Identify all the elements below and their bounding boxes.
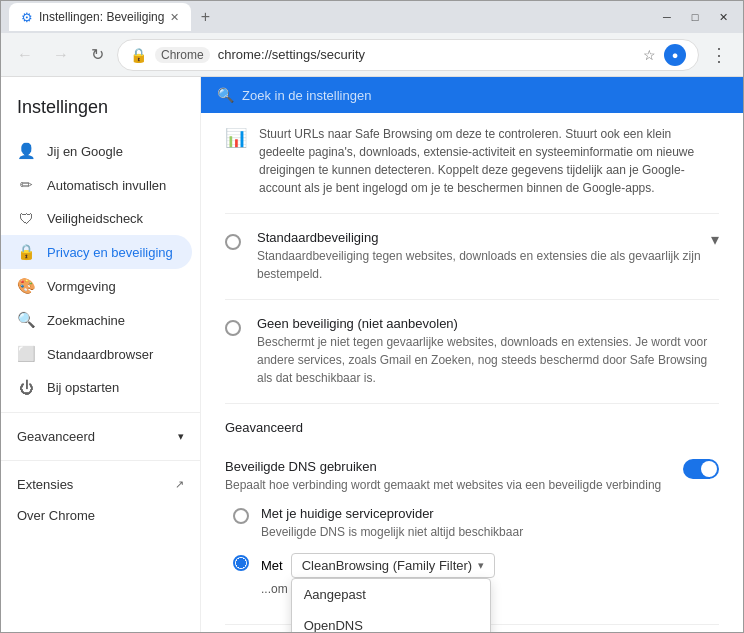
url-text: chrome://settings/security bbox=[218, 47, 635, 62]
sidebar-label-automatisch-invullen: Automatisch invullen bbox=[47, 178, 166, 193]
search-icon: 🔍 bbox=[217, 87, 234, 103]
sidebar-item-jij-en-google[interactable]: 👤 Jij en Google bbox=[1, 134, 192, 168]
beveiligde-dns-title: Beveiligde DNS gebruiken bbox=[225, 459, 667, 474]
standaard-beveiliging-row: Standaardbeveiliging Standaardbeveiligin… bbox=[225, 230, 719, 283]
bookmark-icon[interactable]: ☆ bbox=[643, 47, 656, 63]
new-tab-button[interactable]: + bbox=[191, 3, 219, 31]
shield-icon: 🛡 bbox=[17, 210, 35, 227]
main-area: Instellingen 👤 Jij en Google ✏ Automatis… bbox=[1, 77, 743, 632]
standaard-beveiliging-block: Standaardbeveiliging Standaardbeveiligin… bbox=[225, 214, 719, 300]
sidebar-item-standaardbrowser[interactable]: ⬜ Standaardbrowser bbox=[1, 337, 192, 371]
dns-dropdown-menu: Aangepast OpenDNS CleanBrowsing (Family … bbox=[291, 578, 491, 632]
content-body: 📊 Stuurt URLs naar Safe Browsing om deze… bbox=[201, 113, 743, 632]
geen-beveiliging-block: Geen beveiliging (niet aanbevolen) Besch… bbox=[225, 300, 719, 404]
dns-met-row: Met CleanBrowsing (Family Filter) ▾ Aang… bbox=[261, 553, 495, 578]
dropdown-item-aangepast[interactable]: Aangepast bbox=[292, 579, 490, 610]
sidebar-item-extensies[interactable]: Extensies ↗ bbox=[1, 469, 200, 500]
dropdown-item-opendns[interactable]: OpenDNS bbox=[292, 610, 490, 632]
dns-options: Met je huidige serviceprovider Beveiligd… bbox=[233, 506, 719, 596]
account-avatar[interactable]: ● bbox=[664, 44, 686, 66]
tab-label: Instellingen: Beveiliging bbox=[39, 10, 164, 24]
extensies-label: Extensies bbox=[17, 477, 73, 492]
dns-radio-huidige[interactable] bbox=[233, 508, 249, 524]
more-menu-button[interactable]: ⋮ bbox=[703, 39, 735, 71]
geen-radio-col bbox=[225, 316, 241, 339]
power-icon: ⏻ bbox=[17, 379, 35, 396]
standaard-radio[interactable] bbox=[225, 234, 241, 250]
sidebar-item-privacy-en-beveiliging[interactable]: 🔒 Privacy en beveiliging bbox=[1, 235, 192, 269]
sidebar: Instellingen 👤 Jij en Google ✏ Automatis… bbox=[1, 77, 201, 632]
geavanceerd-label: Geavanceerd bbox=[17, 429, 95, 444]
dns-bekijken-prefix: ...om bbox=[261, 582, 291, 596]
minimize-button[interactable]: ─ bbox=[655, 5, 679, 29]
beveiligde-dns-desc: Bepaalt hoe verbinding wordt gemaakt met… bbox=[225, 476, 667, 494]
standaard-title: Standaardbeveiliging bbox=[257, 230, 711, 245]
toolbar: ← → ↻ 🔒 Chrome chrome://settings/securit… bbox=[1, 33, 743, 77]
lock-icon: 🔒 bbox=[130, 47, 147, 63]
sidebar-label-standaardbrowser: Standaardbrowser bbox=[47, 347, 153, 362]
sidebar-item-vormgeving[interactable]: 🎨 Vormgeving bbox=[1, 269, 192, 303]
dns-option-huidige: Met je huidige serviceprovider Beveiligd… bbox=[233, 506, 719, 541]
maximize-button[interactable]: □ bbox=[683, 5, 707, 29]
sidebar-label-vormgeving: Vormgeving bbox=[47, 279, 116, 294]
edit-icon: ✏ bbox=[17, 176, 35, 194]
search-nav-icon: 🔍 bbox=[17, 311, 35, 329]
standaard-expand-icon[interactable]: ▾ bbox=[711, 230, 719, 249]
dns-huidige-desc: Beveiligde DNS is mogelijk niet altijd b… bbox=[261, 523, 523, 541]
tab-close-button[interactable]: ✕ bbox=[170, 11, 179, 24]
standaard-content: Standaardbeveiliging Standaardbeveiligin… bbox=[257, 230, 719, 283]
address-bar[interactable]: 🔒 Chrome chrome://settings/security ☆ ● bbox=[117, 39, 699, 71]
beveiligde-dns-section: Beveiligde DNS gebruiken Bepaalt hoe ver… bbox=[225, 443, 719, 625]
sidebar-title: Instellingen bbox=[1, 89, 200, 134]
geen-desc: Beschermt je niet tegen gevaarlijke webs… bbox=[257, 333, 719, 387]
account-icon-symbol: ● bbox=[672, 49, 679, 61]
beveiligde-dns-toggle[interactable] bbox=[683, 459, 719, 479]
content-area: 🔍 Zoek in de instellingen 📊 Stuurt URLs … bbox=[201, 77, 743, 632]
active-tab[interactable]: ⚙ Instellingen: Beveiliging ✕ bbox=[9, 3, 191, 31]
user-icon: 👤 bbox=[17, 142, 35, 160]
chevron-down-icon: ▾ bbox=[178, 430, 184, 443]
close-button[interactable]: ✕ bbox=[711, 5, 735, 29]
sidebar-item-over-chrome[interactable]: Over Chrome bbox=[1, 500, 200, 531]
sidebar-label-zoekmachine: Zoekmachine bbox=[47, 313, 125, 328]
sidebar-item-veiligheidscheck[interactable]: 🛡 Veiligheidscheck bbox=[1, 202, 192, 235]
titlebar: ⚙ Instellingen: Beveiliging ✕ + ─ □ ✕ bbox=[1, 1, 743, 33]
geen-radio[interactable] bbox=[225, 320, 241, 336]
geen-title: Geen beveiliging (niet aanbevolen) bbox=[257, 316, 719, 331]
sidebar-divider bbox=[1, 412, 200, 413]
browser-window: ⚙ Instellingen: Beveiliging ✕ + ─ □ ✕ ← … bbox=[0, 0, 744, 633]
search-bar[interactable]: 🔍 Zoek in de instellingen bbox=[201, 77, 743, 113]
top-description-text: Stuurt URLs naar Safe Browsing om deze t… bbox=[259, 125, 719, 197]
geen-content: Geen beveiliging (niet aanbevolen) Besch… bbox=[257, 316, 719, 387]
over-chrome-label: Over Chrome bbox=[17, 508, 95, 523]
beveiligde-dns-header: Beveiligde DNS gebruiken Bepaalt hoe ver… bbox=[225, 459, 719, 494]
dns-met-label: Met bbox=[261, 558, 283, 573]
dns-dropdown-container: CleanBrowsing (Family Filter) ▾ Aangepas… bbox=[291, 553, 495, 578]
beveiligde-dns-text: Beveiligde DNS gebruiken Bepaalt hoe ver… bbox=[225, 459, 683, 494]
standaard-radio-col bbox=[225, 230, 241, 253]
search-placeholder: Zoek in de instellingen bbox=[242, 88, 371, 103]
tab-settings-icon: ⚙ bbox=[21, 10, 33, 25]
sidebar-item-geavanceerd[interactable]: Geavanceerd ▾ bbox=[1, 421, 200, 452]
reload-button[interactable]: ↻ bbox=[81, 39, 113, 71]
sidebar-item-bij-opstarten[interactable]: ⏻ Bij opstarten bbox=[1, 371, 192, 404]
geen-beveiliging-row: Geen beveiliging (niet aanbevolen) Besch… bbox=[225, 316, 719, 387]
chevron-down-icon: ▾ bbox=[478, 559, 484, 572]
sidebar-label-veiligheidscheck: Veiligheidscheck bbox=[47, 211, 143, 226]
dns-dropdown-button[interactable]: CleanBrowsing (Family Filter) ▾ bbox=[291, 553, 495, 578]
sidebar-item-automatisch-invullen[interactable]: ✏ Automatisch invullen bbox=[1, 168, 192, 202]
site-badge: Chrome bbox=[155, 47, 210, 63]
palette-icon: 🎨 bbox=[17, 277, 35, 295]
sidebar-label-bij-opstarten: Bij opstarten bbox=[47, 380, 119, 395]
sidebar-item-zoekmachine[interactable]: 🔍 Zoekmachine bbox=[1, 303, 192, 337]
back-button[interactable]: ← bbox=[9, 39, 41, 71]
dns-option-met: Met CleanBrowsing (Family Filter) ▾ Aang… bbox=[233, 553, 719, 596]
dns-radio-met[interactable] bbox=[233, 555, 249, 571]
chart-icon: 📊 bbox=[225, 127, 247, 149]
forward-button[interactable]: → bbox=[45, 39, 77, 71]
standaard-desc: Standaardbeveiliging tegen websites, dow… bbox=[257, 247, 711, 283]
dns-option-huidige-text: Met je huidige serviceprovider Beveiligd… bbox=[261, 506, 523, 541]
geavanceerd-section-header: Geavanceerd bbox=[225, 404, 719, 443]
top-description-block: 📊 Stuurt URLs naar Safe Browsing om deze… bbox=[225, 113, 719, 214]
window-controls: ─ □ ✕ bbox=[655, 5, 735, 29]
